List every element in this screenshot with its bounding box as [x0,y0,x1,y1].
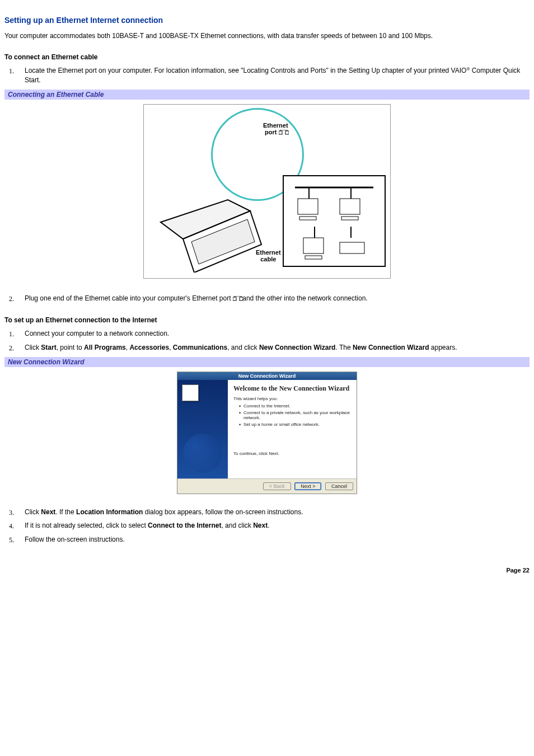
setup-step-2: 2. Click Start, point to All Programs, A… [25,343,530,353]
figure-caption-ethernet-cable: Connecting an Ethernet Cable [4,90,530,100]
intro-paragraph: Your computer accommodates both 10BASE-T… [4,31,530,40]
wizard-cancel-button[interactable]: Cancel [325,482,353,490]
wizard-titlebar: New Connection Wizard [177,372,357,380]
figure-ethernet-cable: Ethernetport Ethernetcable [143,104,391,279]
globe-icon [183,434,222,473]
figure-new-connection-wizard: New Connection Wizard Welcome to the New… [177,372,357,494]
ethernet-port-icon [279,130,287,135]
wizard-back-button[interactable]: < Back [263,482,291,490]
svg-rect-20 [233,297,236,300]
setup-step-1: 1. Connect your computer to a network co… [25,329,530,339]
wizard-welcome-heading: Welcome to the New Connection Wizard [233,384,351,393]
connect-cable-step-1: 1. Locate the Ethernet port on your comp… [25,66,530,85]
connect-cable-step-2: 2. Plug one end of the Ethernet cable in… [25,294,530,303]
page-title: Setting up an Ethernet Internet connecti… [4,16,530,25]
svg-rect-19 [305,256,322,259]
wizard-bullet: Connect to a private network, such as yo… [239,410,351,420]
step-text: Locate the Ethernet port on your compute… [25,67,466,74]
figure-caption-wizard: New Connection Wizard [4,357,530,367]
svg-rect-17 [303,238,324,253]
step-text: Follow the on-screen instructions. [25,536,125,543]
svg-rect-14 [341,217,358,220]
setup-step-5: 5. Follow the on-screen instructions. [25,535,530,544]
svg-rect-12 [340,199,360,214]
setup-step-3: 3. Click Next. If the Location Informati… [25,508,530,517]
svg-rect-1 [285,131,289,134]
step-text: Connect your computer to a network conne… [25,330,169,337]
step-text-cont: and the other into the network connectio… [242,294,367,302]
wizard-bullet: Set up a home or small office network. [239,422,351,427]
wizard-continue-text: To continue, click Next. [233,451,351,456]
svg-rect-11 [298,199,318,214]
wizard-helps-text: This wizard helps you: [233,396,351,401]
svg-rect-13 [299,217,316,220]
page-number: Page 22 [4,567,530,574]
wizard-next-button[interactable]: Next > [294,482,321,490]
figure-label-ethernet-port: Ethernetport [263,122,288,135]
svg-rect-18 [340,242,364,253]
figure-label-ethernet-cable: Ethernetcable [256,249,281,262]
svg-rect-21 [240,297,243,300]
setup-step-4: 4. If it is not already selected, click … [25,521,530,530]
section-connect-cable-heading: To connect an Ethernet cable [4,53,530,62]
ethernet-port-icon [233,296,241,302]
registered-mark: ® [466,67,470,72]
wizard-badge-icon [182,384,199,401]
step-text: Plug one end of the Ethernet cable into … [25,294,233,302]
section-setup-heading: To set up an Ethernet connection to the … [4,316,530,325]
wizard-bullet: Connect to the Internet. [239,403,351,408]
svg-rect-0 [279,131,282,134]
